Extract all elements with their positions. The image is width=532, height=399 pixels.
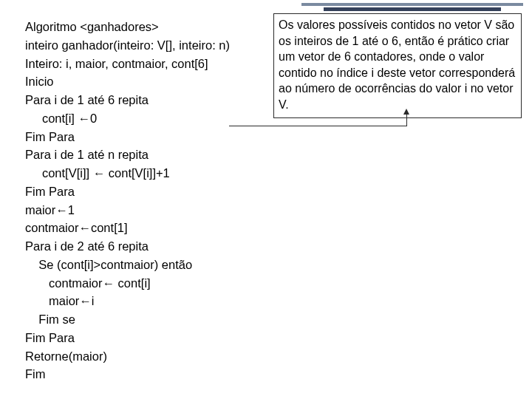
code-line: Fim Para <box>25 183 517 201</box>
code-line: Fim <box>25 365 517 383</box>
code-line: maior←i <box>25 292 517 310</box>
code-line: Fim se <box>25 310 517 329</box>
explanation-callout: Os valores possíveis contidos no vetor V… <box>273 13 522 118</box>
code-line: contmaior← cont[i] <box>25 274 517 293</box>
code-line: cont[V[i]] ← cont[V[i]]+1 <box>25 164 517 183</box>
code-line: Fim Para <box>25 329 517 347</box>
code-line: contmaior←cont[1] <box>25 219 517 237</box>
code-line: Retorne(maior) <box>25 347 517 366</box>
code-line: Para i de 2 até 6 repita <box>25 237 517 256</box>
code-line: Fim Para <box>25 128 517 146</box>
callout-connector <box>229 126 406 126</box>
arrow-up-icon <box>403 109 409 115</box>
code-line: Para i de 1 até n repita <box>25 146 517 164</box>
callout-connector <box>406 115 407 126</box>
code-line: Se (cont[i]>contmaior) então <box>25 256 517 274</box>
code-line: maior←1 <box>25 201 517 219</box>
callout-text: Os valores possíveis contidos no vetor V… <box>279 18 515 111</box>
